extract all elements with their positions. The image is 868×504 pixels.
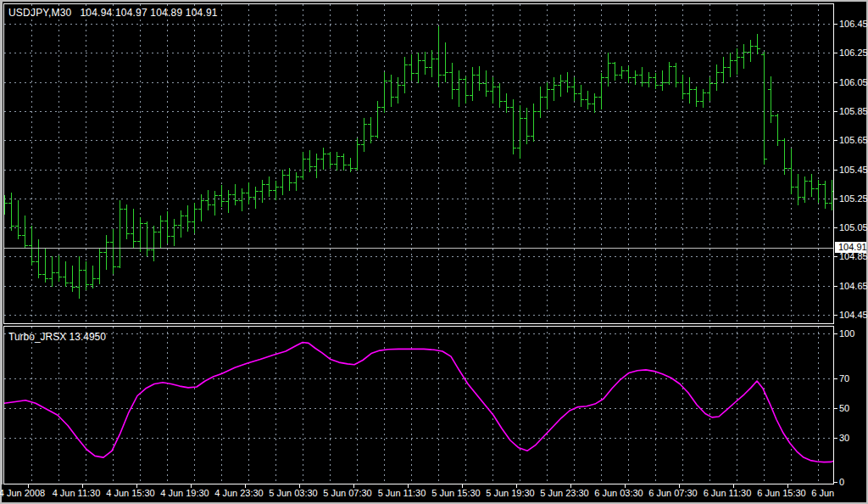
price-tick bbox=[834, 286, 837, 287]
indicator-tick bbox=[834, 482, 837, 483]
indicator-tick-label: 30 bbox=[839, 433, 849, 443]
symbol-timeframe-label: USDJPY,M30 bbox=[8, 7, 71, 19]
indicator-line bbox=[4, 343, 833, 462]
indicator-label: Turbo_JRSX 13.4950 bbox=[8, 331, 106, 343]
time-tick-label: 4 Jun 15:30 bbox=[106, 488, 155, 498]
time-tick-label: 4 Jun 23:30 bbox=[214, 488, 264, 498]
price-tick-label: 105.45 bbox=[839, 165, 868, 175]
indicator-tick-label: 0 bbox=[839, 477, 844, 487]
price-tick-label: 106.05 bbox=[839, 77, 868, 87]
indicator-canvas[interactable] bbox=[4, 327, 833, 484]
price-tick-label: 104.65 bbox=[839, 281, 868, 291]
indicator-tick bbox=[834, 408, 837, 409]
price-tick bbox=[834, 170, 837, 171]
time-tick-label: 5 Jun 15:30 bbox=[431, 488, 481, 498]
indicator-tick bbox=[834, 378, 837, 379]
indicator-tick bbox=[834, 438, 837, 439]
price-scale[interactable]: 104.91 106.45106.25106.05105.85105.65105… bbox=[834, 2, 866, 502]
indicator-tick bbox=[834, 333, 837, 334]
price-tick bbox=[834, 111, 837, 112]
price-tick bbox=[834, 24, 837, 25]
time-tick-label: 5 Jun 03:30 bbox=[269, 488, 318, 498]
time-tick-label: 5 Jun 19:30 bbox=[486, 488, 535, 498]
time-tick-label: 4 Jun 11:30 bbox=[53, 488, 101, 498]
chart-title: USDJPY,M30104.94 104.97 104.89 104.91 bbox=[8, 7, 218, 19]
price-chart-canvas[interactable] bbox=[4, 4, 833, 323]
chart-window: { "header": { "title": "USDJPY,M30", "oh… bbox=[0, 0, 868, 504]
indicator-tick-label: 70 bbox=[839, 373, 849, 384]
price-tick bbox=[834, 199, 837, 199]
time-tick-label: 5 Jun 11:30 bbox=[378, 488, 426, 498]
price-tick bbox=[834, 227, 837, 228]
price-tick-label: 105.85 bbox=[839, 106, 868, 116]
time-tick-label: 6 Jun 15:30 bbox=[757, 488, 806, 498]
indicator-tick-label: 100 bbox=[839, 328, 854, 339]
current-price-box: 104.91 bbox=[835, 242, 866, 253]
main-chart-pane[interactable] bbox=[3, 3, 834, 324]
time-scale[interactable]: 4 Jun 20084 Jun 11:304 Jun 15:304 Jun 19… bbox=[2, 484, 866, 502]
price-tick-label: 105.25 bbox=[839, 193, 868, 204]
time-tick-label: 5 Jun 23:30 bbox=[540, 488, 589, 498]
time-tick-label: 6 Jun 11:30 bbox=[704, 488, 752, 498]
price-tick-label: 105.65 bbox=[839, 135, 868, 145]
price-tick bbox=[834, 140, 837, 141]
time-tick-label: 4 Jun 19:30 bbox=[160, 488, 209, 498]
price-tick bbox=[834, 53, 837, 53]
price-tick-label: 106.25 bbox=[839, 48, 868, 58]
indicator-pane[interactable] bbox=[3, 326, 834, 484]
price-tick bbox=[834, 82, 837, 83]
price-tick-label: 106.45 bbox=[839, 19, 868, 29]
price-tick bbox=[834, 315, 837, 316]
price-tick-label: 105.05 bbox=[839, 222, 868, 232]
time-tick-label: 6 Jun 07:30 bbox=[648, 488, 698, 498]
time-tick-label: 4 Jun 2008 bbox=[0, 488, 45, 498]
time-tick-label: 6 Jun 03:30 bbox=[594, 488, 643, 498]
indicator-tick-label: 50 bbox=[839, 403, 849, 413]
price-tick bbox=[834, 256, 837, 257]
time-tick-label: 5 Jun 07:30 bbox=[323, 488, 372, 498]
price-tick-label: 104.45 bbox=[839, 310, 868, 320]
chart-ohlc-values: 104.94 104.97 104.89 104.91 bbox=[80, 7, 217, 19]
